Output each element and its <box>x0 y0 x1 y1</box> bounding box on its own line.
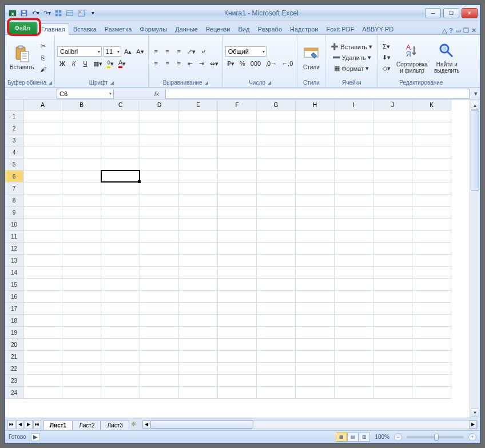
cell[interactable] <box>412 303 451 315</box>
cell[interactable] <box>296 195 335 207</box>
borders-icon[interactable]: ▦▾ <box>92 58 104 69</box>
cell[interactable] <box>296 327 335 339</box>
cell[interactable] <box>23 183 62 195</box>
cell[interactable] <box>62 279 101 291</box>
percent-icon[interactable]: % <box>237 58 248 69</box>
cell[interactable] <box>179 327 218 339</box>
cell[interactable] <box>257 110 296 122</box>
cell[interactable] <box>179 122 218 134</box>
cell[interactable] <box>179 134 218 146</box>
bold-button[interactable]: Ж <box>57 58 67 69</box>
cell[interactable] <box>257 303 296 315</box>
row-header-6[interactable]: 6 <box>5 171 23 183</box>
row-header-19[interactable]: 19 <box>5 327 23 339</box>
cell[interactable] <box>296 279 335 291</box>
cell[interactable] <box>335 219 373 231</box>
cell[interactable] <box>140 231 179 243</box>
fill-color-icon[interactable]: ◊▾ <box>105 58 116 69</box>
cell[interactable] <box>62 183 101 195</box>
cell[interactable] <box>140 255 179 267</box>
cell[interactable] <box>23 219 62 231</box>
cell[interactable] <box>179 303 218 315</box>
cell[interactable] <box>23 327 62 339</box>
italic-button[interactable]: К <box>69 58 79 69</box>
cell[interactable] <box>179 207 218 219</box>
cell[interactable] <box>62 303 101 315</box>
cell[interactable] <box>62 255 101 267</box>
cell[interactable] <box>23 207 62 219</box>
cell[interactable] <box>140 134 179 146</box>
cell[interactable] <box>412 351 451 363</box>
font-name-combo[interactable]: Calibri <box>57 46 102 57</box>
row-header-23[interactable]: 23 <box>5 375 23 387</box>
scroll-down-icon[interactable]: ▼ <box>471 408 479 417</box>
cell[interactable] <box>257 339 296 351</box>
cell[interactable] <box>101 279 140 291</box>
cell[interactable] <box>23 134 62 146</box>
cell[interactable] <box>412 387 451 399</box>
cell[interactable] <box>412 158 451 171</box>
cell[interactable] <box>218 279 257 291</box>
tab-вид[interactable]: Вид <box>234 23 253 34</box>
cell[interactable] <box>257 267 296 279</box>
cell[interactable] <box>373 327 412 339</box>
cell[interactable] <box>373 291 412 303</box>
cell[interactable] <box>373 207 412 219</box>
tab-данные[interactable]: Данные <box>171 23 202 34</box>
cell[interactable] <box>257 387 296 399</box>
column-header-I[interactable]: I <box>335 100 373 110</box>
row-header-9[interactable]: 9 <box>5 207 23 219</box>
cell[interactable] <box>140 219 179 231</box>
underline-button[interactable]: Ч <box>80 58 90 69</box>
cell[interactable] <box>218 387 257 399</box>
cell[interactable] <box>412 110 451 122</box>
row-header-14[interactable]: 14 <box>5 267 23 279</box>
cell[interactable] <box>412 134 451 146</box>
row-header-12[interactable]: 12 <box>5 243 23 255</box>
cell[interactable] <box>257 171 296 183</box>
font-dialog-launcher[interactable]: ◢ <box>110 80 114 85</box>
cell[interactable] <box>296 171 335 183</box>
scroll-up-icon[interactable]: ▲ <box>471 101 479 110</box>
cell[interactable] <box>23 171 62 183</box>
row-header-20[interactable]: 20 <box>5 339 23 351</box>
cell[interactable] <box>101 387 140 399</box>
font-size-combo[interactable]: 11 <box>103 46 121 57</box>
cell[interactable] <box>23 267 62 279</box>
cell[interactable] <box>218 171 257 183</box>
align-center-icon[interactable]: ≡ <box>162 58 173 69</box>
cell[interactable] <box>218 134 257 146</box>
cell[interactable] <box>296 255 335 267</box>
row-header-7[interactable]: 7 <box>5 183 23 195</box>
cell[interactable] <box>218 207 257 219</box>
cell[interactable] <box>335 207 373 219</box>
cell[interactable] <box>179 279 218 291</box>
column-header-K[interactable]: K <box>412 100 451 110</box>
cell[interactable] <box>140 351 179 363</box>
increase-font-icon[interactable]: A▴ <box>122 46 133 57</box>
cell[interactable] <box>140 387 179 399</box>
row-header-16[interactable]: 16 <box>5 291 23 303</box>
cell[interactable] <box>335 122 373 134</box>
increase-decimal-icon[interactable]: ,0→ <box>264 58 279 69</box>
sheet-last-icon[interactable]: ⏭ <box>33 420 41 429</box>
cell[interactable] <box>335 267 373 279</box>
zoom-out-button[interactable]: − <box>394 433 402 441</box>
cell[interactable] <box>335 339 373 351</box>
maximize-button[interactable]: ☐ <box>443 8 459 18</box>
cell[interactable] <box>296 243 335 255</box>
help-icon[interactable]: ? <box>449 27 453 34</box>
mdi-close-icon[interactable]: ✕ <box>471 27 476 34</box>
cell[interactable] <box>101 267 140 279</box>
column-header-G[interactable]: G <box>257 100 296 110</box>
cell[interactable] <box>218 158 257 171</box>
cell[interactable] <box>373 267 412 279</box>
cell[interactable] <box>101 171 140 183</box>
cell[interactable] <box>373 279 412 291</box>
fx-label[interactable]: fx <box>148 90 165 97</box>
cell[interactable] <box>257 375 296 387</box>
row-header-17[interactable]: 17 <box>5 303 23 315</box>
cell[interactable] <box>62 146 101 158</box>
close-button[interactable]: ✕ <box>462 8 478 18</box>
cell[interactable] <box>140 327 179 339</box>
